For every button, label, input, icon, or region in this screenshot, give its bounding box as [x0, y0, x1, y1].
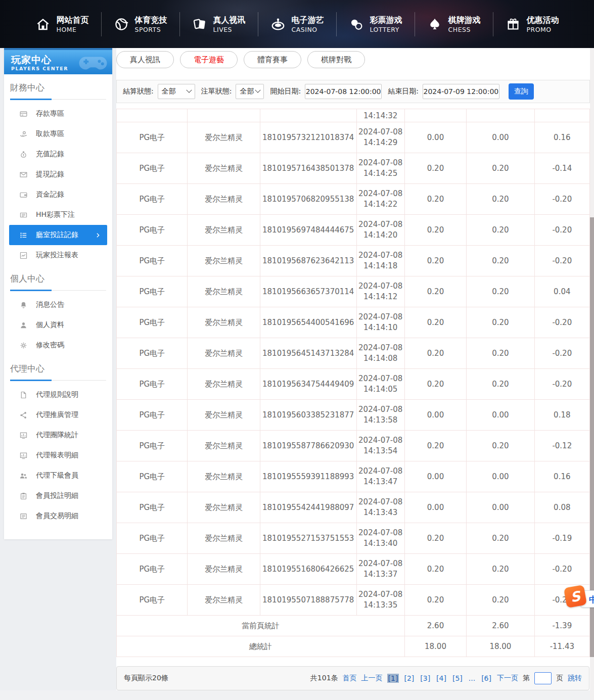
sidebar-item[interactable]: 存款專區	[9, 104, 107, 124]
sidebar-item[interactable]: 代理團隊統計	[9, 425, 107, 445]
sidebar-item[interactable]: 提現記錄	[9, 164, 107, 184]
tab[interactable]: 真人視訊	[116, 51, 174, 68]
pager: 共101条 首页 上一页 [1] [2] [3] [4] [5] ... [6]	[310, 672, 582, 684]
nav-item-label: 电子游艺 CASINO	[292, 15, 324, 34]
end-date-input[interactable]	[423, 84, 499, 99]
platform-cell: PG电子	[117, 492, 188, 523]
nav-item[interactable]: 彩票游戏 LOTTERY	[336, 12, 415, 36]
time-text: 14:13:37	[357, 569, 404, 580]
jump-suffix-label: 页	[556, 674, 563, 683]
winloss-cell: 0.16	[534, 461, 589, 492]
order-number-cell: 1810195559391188993	[260, 461, 356, 492]
first-page-link[interactable]: 首页	[343, 674, 357, 683]
game-cell: 爱尔兰精灵	[188, 307, 260, 338]
nav-item[interactable]: 优惠活动 PROMO	[493, 12, 571, 36]
order-number-cell: 1810195663657370114	[260, 276, 356, 307]
table-row: PG电子 爱尔兰精灵 1810195516806426625 2024-07-0…	[117, 554, 590, 585]
table-row: PG电子 爱尔兰精灵 1810195603385231877 2024-07-0…	[117, 400, 590, 431]
nav-item-label: 彩票游戏 LOTTERY	[370, 15, 402, 34]
stats-board-icon	[19, 431, 28, 440]
winloss-cell: -0.20	[534, 215, 589, 246]
tab[interactable]: 體育賽事	[244, 51, 301, 68]
sidebar-item-label: HH彩票下注	[36, 210, 75, 219]
valid-amount-cell: 0.00	[467, 122, 534, 153]
table-row: PG电子 爱尔兰精灵 1810195559391188993 2024-07-0…	[117, 461, 590, 492]
prev-page-link[interactable]: 上一页	[361, 674, 383, 683]
nav-item[interactable]: 真人视讯 LIVES	[179, 12, 258, 36]
time-cell: 2024-07-08 14:14:10	[356, 307, 404, 338]
sidebar-item[interactable]: 代理報表明細	[9, 445, 107, 465]
order-number-cell: 1810195645143713284	[260, 338, 356, 369]
nav-item[interactable]: 棋牌游戏 CHESS	[415, 12, 493, 36]
page-number-link[interactable]: [1]	[387, 674, 399, 683]
next-page-link[interactable]: 下一页	[497, 674, 518, 683]
chevron-down-icon	[186, 87, 192, 93]
date-text: 2024-07-08	[357, 158, 404, 168]
sidebar-item-label: 代理規則說明	[36, 390, 78, 399]
page-number-link[interactable]: [6]	[480, 674, 492, 683]
sidebar-item-label: 修改密碼	[36, 341, 64, 350]
sidebar-item[interactable]: 修改密碼	[9, 335, 107, 355]
sidebar-item[interactable]: 充值記錄	[9, 144, 107, 164]
jump-page-input[interactable]	[534, 672, 552, 684]
order-status-select[interactable]: 全部	[236, 84, 264, 99]
home-icon	[35, 17, 51, 32]
nav-item-label-en: LOTTERY	[370, 25, 402, 34]
nav-item[interactable]: 网站首页 HOME	[23, 12, 101, 36]
sidebar: 玩家中心 PLAYERS CENTER 財務中心 存款專區 取款專區 充值記錄	[4, 48, 112, 539]
game-cell: 爱尔兰精灵	[188, 523, 260, 554]
sidebar-item[interactable]: 代理規則說明	[9, 385, 107, 405]
report-chart-icon	[19, 251, 28, 260]
bet-amount-cell: 0.00	[404, 492, 466, 523]
game-cell: 爱尔兰精灵	[188, 184, 260, 215]
sidebar-item[interactable]: 消息公告	[9, 295, 107, 315]
page-number-link[interactable]: [3]	[419, 674, 431, 683]
table-row: PG电子 爱尔兰精灵 1810195527153751553 2024-07-0…	[117, 523, 590, 554]
total-summary-winloss: -11.43	[534, 636, 589, 657]
page-number-link[interactable]: [5]	[451, 674, 464, 683]
order-number-cell: 1810195603385231877	[260, 400, 356, 431]
sidebar-item[interactable]: 代理下級會員	[9, 465, 107, 486]
time-cell: 2024-07-08 14:14:29	[356, 122, 404, 153]
ime-indicator[interactable]: 中 S	[565, 586, 594, 612]
section-title-agent: 代理中心	[10, 363, 106, 381]
start-date-input[interactable]	[305, 84, 382, 99]
nav-item-label-zh: 彩票游戏	[370, 15, 402, 25]
tab[interactable]: 棋牌對戰	[307, 51, 365, 68]
sidebar-item[interactable]: 個人資料	[9, 315, 107, 335]
sidebar-item[interactable]: 代理推廣管理	[9, 405, 107, 425]
page-number-link[interactable]: [4]	[435, 674, 447, 683]
time-text: 14:13:35	[357, 600, 404, 611]
table-row: PG电子 爱尔兰精灵 1810195645143713284 2024-07-0…	[117, 338, 590, 369]
players-center-header: 玩家中心 PLAYERS CENTER	[4, 48, 112, 74]
withdraw-hand-icon	[19, 130, 28, 138]
nav-item[interactable]: 电子游艺 CASINO	[258, 12, 336, 36]
sidebar-item[interactable]: 會員交易明細	[9, 506, 107, 526]
page-number-link[interactable]: [2]	[403, 674, 415, 683]
bet-list-icon	[19, 231, 28, 240]
sidebar-item[interactable]: 資金記錄	[9, 184, 107, 205]
valid-amount-cell: 0.20	[467, 246, 534, 276]
query-button[interactable]: 查詢	[509, 83, 534, 100]
sidebar-item-label: 代理團隊統計	[36, 431, 78, 440]
sogou-letter: S	[569, 589, 581, 604]
total-count-label: 共101条	[310, 674, 338, 683]
stats-board-icon	[19, 451, 28, 460]
sidebar-item-label: 玩家投注報表	[36, 251, 78, 260]
nav-item[interactable]: 体育竞技 SPORTS	[101, 12, 179, 36]
sidebar-item[interactable]: 取款專區	[9, 124, 107, 144]
sidebar-item[interactable]: 玩家投注報表	[9, 245, 107, 265]
settle-status-select[interactable]: 全部	[158, 84, 195, 99]
bet-amount-cell: 0.20	[404, 523, 466, 554]
sidebar-item[interactable]: HH彩票下注	[9, 205, 107, 225]
winloss-cell: -0.20	[534, 338, 589, 369]
order-number-cell: 1810195732121018374	[260, 122, 356, 153]
tab[interactable]: 電子遊藝	[180, 51, 238, 68]
table-row: PG电子 爱尔兰精灵 1810195654400541696 2024-07-0…	[117, 307, 590, 338]
valid-amount-cell: 0.20	[467, 153, 534, 184]
game-cell: 爱尔兰精灵	[188, 153, 260, 184]
sidebar-item[interactable]: 廳室投註記錄	[9, 225, 107, 245]
jump-action-link[interactable]: 跳转	[568, 674, 582, 683]
nav-item-label-en: HOME	[57, 25, 89, 34]
sidebar-item[interactable]: 會員投註明細	[9, 486, 107, 506]
